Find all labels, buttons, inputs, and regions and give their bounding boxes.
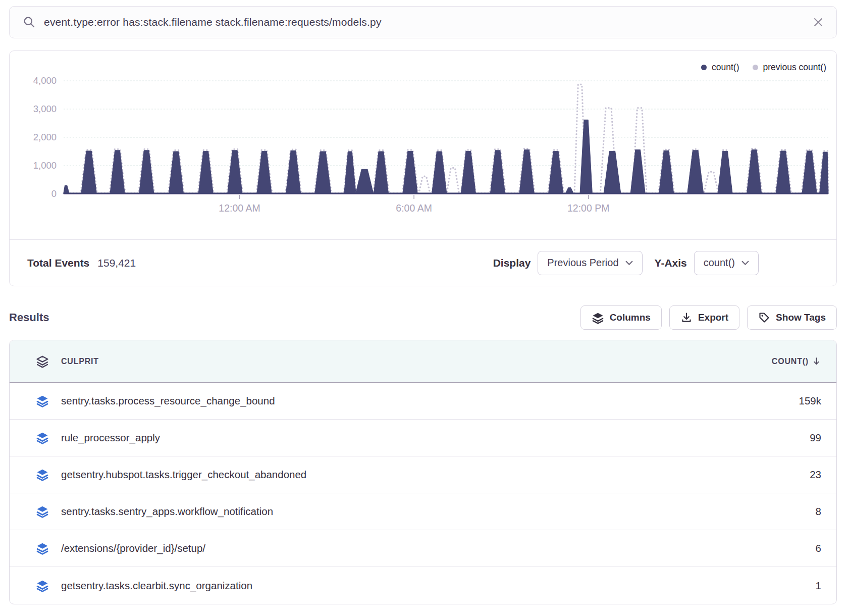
stack-icon[interactable] [36, 505, 49, 518]
svg-text:2,000: 2,000 [33, 132, 57, 142]
legend-item-previous-count[interactable]: previous count() [753, 62, 826, 73]
results-heading: Results [9, 311, 49, 324]
download-icon [680, 312, 693, 324]
yaxis-dropdown-value: count() [704, 257, 735, 269]
table-row: sentry.tasks.sentry_apps.workflow_notifi… [10, 493, 836, 530]
previous-series-dot [753, 65, 758, 70]
table-row: sentry.tasks.process_resource_change_bou… [10, 383, 836, 420]
show-tags-button[interactable]: Show Tags [747, 305, 837, 330]
display-dropdown[interactable]: Previous Period [538, 251, 642, 275]
svg-text:1,000: 1,000 [33, 160, 57, 171]
search-query[interactable]: event.type:error has:stack.filename stac… [44, 16, 382, 28]
layers-icon [592, 312, 604, 324]
svg-text:3,000: 3,000 [33, 104, 57, 114]
chart-footer: Total Events 159,421 Display Previous Pe… [10, 239, 836, 286]
total-events-label: Total Events [27, 257, 89, 269]
sort-desc-arrow-icon [812, 356, 821, 366]
events-time-series-chart: 01,0002,0003,0004,00012:00 AM6:00 AM12:0… [10, 56, 837, 235]
stack-icon[interactable] [36, 355, 49, 368]
column-header-culprit[interactable]: CULPRIT [61, 357, 99, 366]
culprit-cell: /extensions/{provider_id}/setup/ [61, 542, 205, 554]
results-header-row: Results Columns Export [9, 305, 837, 330]
culprit-cell: sentry.tasks.sentry_apps.workflow_notifi… [61, 505, 273, 518]
yaxis-label: Y-Axis [655, 257, 687, 269]
display-dropdown-value: Previous Period [547, 257, 618, 269]
display-label: Display [493, 257, 531, 269]
svg-text:0: 0 [51, 188, 57, 199]
chevron-down-icon [625, 261, 633, 266]
total-events-value: 159,421 [97, 257, 136, 269]
chart-panel: count() previous count() 01,0002,0003,00… [9, 50, 837, 286]
page: event.type:error has:stack.filename stac… [9, 6, 837, 604]
count-cell: 6 [816, 542, 821, 554]
count-cell: 159k [799, 395, 821, 407]
culprit-cell: sentry.tasks.process_resource_change_bou… [61, 395, 275, 407]
legend-label: count() [712, 62, 739, 73]
stack-icon[interactable] [36, 468, 49, 481]
legend-item-count[interactable]: count() [701, 62, 739, 73]
count-series-dot [701, 65, 707, 70]
table-row: getsentry.hubspot.tasks.trigger_checkout… [10, 456, 836, 493]
magnifier-icon [23, 16, 36, 29]
columns-button[interactable]: Columns [580, 305, 662, 330]
svg-text:12:00 AM: 12:00 AM [219, 202, 260, 214]
table-row: /extensions/{provider_id}/setup/ 6 [10, 530, 836, 567]
export-button-label: Export [698, 312, 728, 323]
culprit-cell: rule_processor_apply [61, 432, 160, 444]
count-cell: 99 [810, 432, 821, 444]
columns-button-label: Columns [610, 312, 651, 323]
svg-text:12:00 PM: 12:00 PM [567, 202, 609, 214]
stack-icon[interactable] [36, 394, 49, 407]
count-header-label: COUNT() [772, 357, 809, 366]
tag-icon [758, 312, 770, 324]
chart-legend: count() previous count() [701, 62, 826, 73]
export-button[interactable]: Export [669, 305, 739, 330]
stack-icon[interactable] [36, 431, 49, 444]
chevron-down-icon [741, 261, 749, 266]
culprit-cell: getsentry.hubspot.tasks.trigger_checkout… [61, 469, 306, 481]
search-bar[interactable]: event.type:error has:stack.filename stac… [9, 6, 837, 38]
show-tags-button-label: Show Tags [776, 312, 826, 323]
yaxis-dropdown[interactable]: count() [694, 251, 759, 275]
results-actions: Columns Export Show Tags [580, 305, 837, 330]
culprit-cell: getsentry.tasks.clearbit.sync_organizati… [61, 580, 252, 592]
count-cell: 8 [816, 505, 821, 518]
close-icon[interactable] [812, 16, 824, 28]
count-cell: 1 [816, 580, 821, 592]
stack-icon[interactable] [36, 542, 49, 555]
stack-icon[interactable] [36, 579, 49, 592]
legend-label: previous count() [763, 62, 826, 73]
table-row: getsentry.tasks.clearbit.sync_organizati… [10, 567, 836, 604]
svg-text:6:00 AM: 6:00 AM [396, 202, 432, 214]
table-row: rule_processor_apply 99 [10, 420, 836, 456]
count-cell: 23 [810, 469, 821, 481]
table-header-row: CULPRIT COUNT() [10, 340, 836, 383]
svg-text:4,000: 4,000 [33, 75, 57, 86]
results-table: CULPRIT COUNT() sentry.tasks.process_res… [9, 340, 837, 604]
column-header-count[interactable]: COUNT() [772, 356, 821, 366]
